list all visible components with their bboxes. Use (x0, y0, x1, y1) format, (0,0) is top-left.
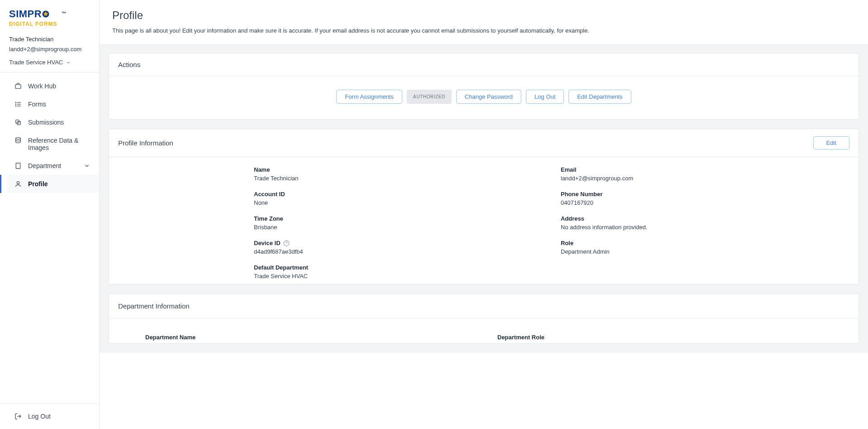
label-default-department: Default Department (254, 264, 543, 271)
nav-label: Profile (28, 180, 48, 188)
value-email: landd+2@simprogroup.com (561, 175, 849, 182)
department-name-column: Department Name (145, 334, 497, 341)
sidebar-user-email: landd+2@simprogroup.com (9, 44, 90, 54)
department-info-card: Department Information Department Name D… (109, 294, 859, 344)
nav-label: Reference Data & Images (28, 137, 90, 151)
nav-submissions[interactable]: Submissions (0, 113, 99, 131)
label-phone: Phone Number (561, 191, 849, 198)
value-role: Department Admin (561, 248, 849, 255)
nav-profile[interactable]: Profile (7, 175, 99, 193)
company-selector[interactable]: Trade Service HVAC (0, 54, 99, 72)
nav-label: Log Out (28, 413, 51, 420)
value-name: Trade Technician (254, 175, 543, 182)
page-description: This page is all about you! Edit your in… (112, 27, 855, 34)
svg-point-6 (15, 104, 16, 105)
label-time-zone: Time Zone (254, 215, 543, 222)
label-address: Address (561, 215, 849, 222)
app-logo: SIMPR ™ DIGITAL FORMS (9, 8, 90, 27)
logo-text: SIMPR (9, 8, 42, 20)
label-account-id: Account ID (254, 191, 543, 198)
value-default-department: Trade Service HVAC (254, 273, 543, 280)
briefcase-icon (14, 82, 22, 90)
value-account-id: None (254, 199, 543, 206)
actions-card: Actions Form Assignments AUTHORIZED Chan… (109, 53, 859, 120)
edit-departments-button[interactable]: Edit Departments (568, 90, 631, 104)
sidebar-user-name: Trade Technician (9, 34, 90, 44)
nav-label: Department (28, 162, 61, 169)
main: Profile This page is all about you! Edit… (100, 0, 868, 429)
profile-info-card: Profile Information Edit Name Trade Tech… (109, 129, 859, 284)
copy-icon (14, 119, 22, 126)
chevron-down-icon (66, 60, 71, 65)
nav-forms[interactable]: Forms (0, 95, 99, 113)
value-phone: 0407167920 (561, 199, 849, 206)
value-address: No address information provided. (561, 224, 849, 231)
logo-subtitle: DIGITAL FORMS (9, 21, 90, 27)
svg-rect-11 (16, 163, 20, 169)
department-info-heading: Department Information (109, 294, 858, 318)
help-icon[interactable] (283, 240, 290, 246)
change-password-button[interactable]: Change Password (456, 90, 521, 104)
form-assignments-button[interactable]: Form Assignments (336, 90, 402, 104)
company-selected-label: Trade Service HVAC (9, 59, 63, 66)
chevron-down-icon (84, 163, 90, 169)
page-header: Profile This page is all about you! Edit… (100, 0, 868, 44)
label-role: Role (561, 240, 849, 246)
label-device-id: Device ID (254, 240, 543, 246)
user-icon (14, 180, 22, 188)
sidebar: SIMPR ™ DIGITAL FORMS Trade Technician l… (0, 0, 100, 429)
nav-work-hub[interactable]: Work Hub (0, 77, 99, 95)
nav: Work Hub Forms Submissions Reference Dat… (0, 72, 99, 403)
page-title: Profile (112, 9, 855, 22)
nav-label: Work Hub (28, 82, 56, 90)
nav-department[interactable]: Department (0, 157, 99, 175)
label-email: Email (561, 166, 849, 173)
logout-button[interactable]: Log Out (526, 90, 564, 104)
building-icon (14, 162, 22, 169)
svg-rect-1 (15, 85, 21, 89)
svg-point-18 (17, 182, 19, 184)
nav-label: Forms (28, 101, 46, 108)
label-name: Name (254, 166, 543, 173)
nav-logout[interactable]: Log Out (0, 407, 99, 425)
authorized-badge: AUTHORIZED (407, 90, 452, 104)
user-block: Trade Technician landd+2@simprogroup.com (0, 32, 99, 54)
svg-point-10 (16, 138, 21, 140)
logout-icon (14, 413, 22, 420)
actions-heading: Actions (118, 61, 140, 68)
nav-label: Submissions (28, 119, 64, 126)
value-device-id: d4ad9f687ae3dfb4 (254, 248, 543, 255)
edit-profile-button[interactable]: Edit (813, 136, 849, 149)
svg-point-5 (15, 102, 16, 103)
profile-info-heading: Profile Information (118, 139, 173, 147)
list-icon (14, 101, 22, 108)
value-time-zone: Brisbane (254, 224, 543, 231)
logo-star-icon (42, 10, 50, 18)
department-role-column: Department Role (497, 334, 849, 341)
nav-reference-data[interactable]: Reference Data & Images (0, 131, 99, 157)
database-icon (14, 137, 22, 144)
trademark: ™ (62, 11, 67, 16)
svg-point-7 (15, 106, 16, 106)
